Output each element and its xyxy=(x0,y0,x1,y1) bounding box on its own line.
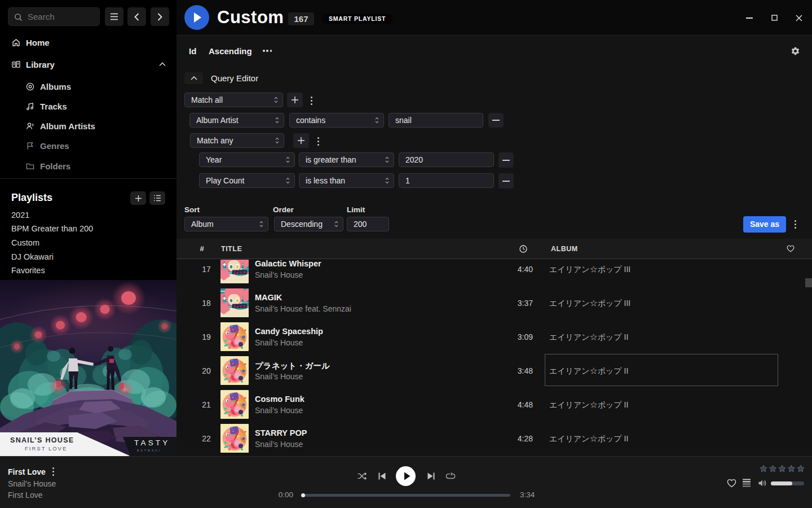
svg-text:BSTMAXI: BSTMAXI xyxy=(137,449,161,452)
svg-text:エイリアン: エイリアン xyxy=(233,270,249,274)
svg-text:FIRST LOVE: FIRST LOVE xyxy=(25,445,67,452)
svg-text:SNAIL’S HOUSE: SNAIL’S HOUSE xyxy=(10,436,74,444)
svg-text:TASTY: TASTY xyxy=(134,439,170,447)
svg-text:エイリアン: エイリアン xyxy=(233,304,249,308)
